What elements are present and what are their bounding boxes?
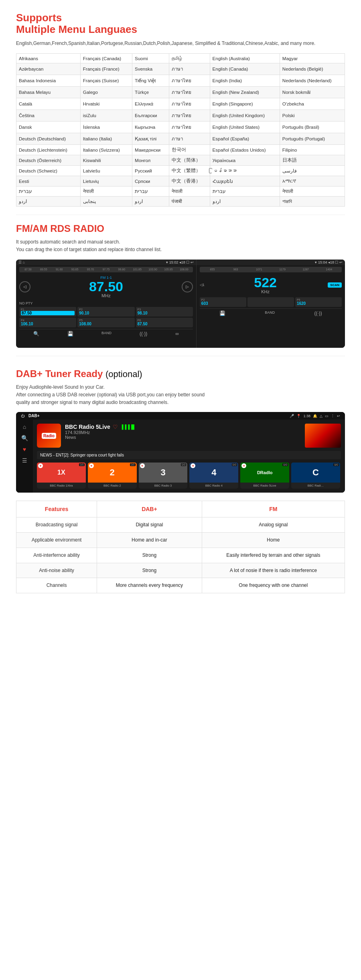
lang-cell: Čeština bbox=[16, 110, 81, 122]
comp-cell-fm: One frequency with one channel bbox=[202, 578, 345, 593]
dab-statusbar: ⏻ DAB+ 🎤 📍 1:38 🔔 △ ▭ ⋮ ↩ bbox=[16, 412, 345, 420]
radio-search-icon[interactable]: 🔍 bbox=[33, 331, 39, 337]
lang-cell: فارسی bbox=[280, 166, 345, 176]
lang-cell: Italiano (Italia) bbox=[80, 133, 132, 145]
lang-cell: English (Singapore) bbox=[210, 98, 280, 110]
dab-channel-radio6[interactable]: C 0/0 BBC Radi… bbox=[291, 463, 340, 489]
dab-screenshot: ⏻ DAB+ 🎤 📍 1:38 🔔 △ ▭ ⋮ ↩ ⌂ 🔍 ♥ ☰ bbox=[16, 412, 345, 493]
dab-content-area: Radio BBC Radio 5Live ♡ ▐▐▐▐▌ 174.928MHz… bbox=[33, 420, 345, 493]
dab-channel-radio3[interactable]: 3 0/0 ♥ BBC Radio 3 bbox=[139, 463, 188, 489]
lang-cell: Norsk bokmål bbox=[280, 87, 345, 98]
lang-cell: עברית bbox=[132, 187, 169, 197]
dab-main-content: ⌂ 🔍 ♥ ☰ Radio BBC Radio 5Live bbox=[16, 420, 345, 493]
lang-cell: ภาษา bbox=[169, 63, 210, 75]
comp-row: Broadcasting signalDigital signalAnalog … bbox=[16, 517, 345, 533]
dab-channel-list: 1X 0/0 ♥ BBC Radio 1Xtra 2 0/0 ♥ B bbox=[37, 463, 341, 489]
dab-station-name: BBC Radio 5Live bbox=[65, 424, 110, 430]
radio-next-btn[interactable]: ▷ bbox=[182, 281, 193, 292]
comp-cell-dab: Strong bbox=[97, 563, 202, 578]
radio-am-save-icon[interactable]: 💾 bbox=[219, 310, 225, 316]
lang-cell: မြန်မာဘာသာ bbox=[210, 166, 280, 176]
lang-cell: Deutsch (Deutschland) bbox=[16, 133, 81, 145]
radio-fm-display: FM 1-1 87.50 MHz bbox=[89, 276, 123, 298]
radio-am-display: 522 KHz bbox=[254, 276, 277, 294]
lang-cell: ภาษา bbox=[169, 133, 210, 145]
lang-cell: Español (Estados Unidos) bbox=[210, 145, 280, 155]
lang-cell: Español (España) bbox=[210, 133, 280, 145]
lang-cell: English (India) bbox=[210, 75, 280, 87]
lang-cell: Hrvatski bbox=[80, 98, 132, 110]
dab-favorite-icon[interactable]: ♡ bbox=[113, 424, 118, 430]
dab-heart-icon[interactable]: ♥ bbox=[23, 446, 26, 452]
lang-cell: Filipino bbox=[280, 145, 345, 155]
comp-cell-dab: Strong bbox=[97, 548, 202, 563]
radio-am-ruler: 855 963 1071 1179 1287 1404 bbox=[200, 267, 342, 272]
radio-screen-fm: ☰ ⌂ ▾ 15:02 ◂18 ☐ ↩ 87.50 89.55 91.60 93… bbox=[16, 260, 197, 348]
dab-home-icon[interactable]: ⌂ bbox=[23, 424, 26, 430]
lang-cell: Հայερեն bbox=[210, 176, 280, 187]
lang-cell: Deutsch (Liechtenstein) bbox=[16, 145, 81, 155]
lang-cell: Italiano (Svizzera) bbox=[80, 145, 132, 155]
lang-cell: Deutsch (Österreich) bbox=[16, 155, 81, 166]
lang-cell: Suomi bbox=[132, 54, 169, 63]
radio-am-band-icon[interactable]: BAND bbox=[265, 310, 275, 316]
radio-band-icon[interactable]: BAND bbox=[101, 331, 112, 337]
dab-section: DAB+ Tuner Ready (optional) Enjoy Audiop… bbox=[0, 356, 361, 598]
radio-scan-button[interactable]: SCAN bbox=[328, 282, 342, 288]
radio-preset-p4[interactable]: P4 106.10 bbox=[19, 318, 76, 327]
radio-preset-p6[interactable]: P6 87.50 bbox=[136, 318, 193, 327]
lang-cell: 日本語 bbox=[280, 155, 345, 166]
lang-cell: አማርኛ bbox=[280, 176, 345, 187]
comp-header-fm: FM bbox=[202, 501, 345, 517]
radio-preset-p2[interactable]: P2 90.10 bbox=[77, 307, 134, 317]
radio-preset-p1[interactable]: P1 87.50 bbox=[19, 307, 76, 317]
lang-cell: পাঞ্জাবি bbox=[280, 197, 345, 207]
radio-preset-p5[interactable]: P5 108.00 bbox=[77, 318, 134, 327]
comp-row: Anti-interfernce abilityStrongEasily int… bbox=[16, 548, 345, 563]
dab-channel-1xtra[interactable]: 1X 0/0 ♥ BBC Radio 1Xtra bbox=[37, 463, 86, 489]
dab-title: DAB+ Tuner Ready (optional) bbox=[16, 368, 345, 379]
lang-cell: English (New Zealand) bbox=[210, 87, 280, 98]
radio-am-preset-p2[interactable]: P2 603 bbox=[200, 297, 246, 307]
radio-signal-icon[interactable]: ((·)) bbox=[140, 331, 147, 337]
comp-cell-dab: Home and in-car bbox=[97, 532, 202, 548]
radio-repeat-icon[interactable]: ∞ bbox=[175, 331, 179, 337]
radio-preset-p3[interactable]: P3 98.10 bbox=[136, 307, 193, 317]
lang-cell: தமிழ் bbox=[169, 54, 210, 63]
lang-cell: Svenska bbox=[132, 63, 169, 75]
comp-header-dab: DAB+ bbox=[97, 501, 202, 517]
lang-cell: ภาษาไทย bbox=[169, 75, 210, 87]
radio-am-preset-p5[interactable]: P5 1620 bbox=[295, 297, 342, 307]
radio-save-icon[interactable]: 💾 bbox=[67, 331, 73, 337]
lang-cell: Tiếng Việt bbox=[132, 75, 169, 87]
lang-cell: Polski bbox=[280, 110, 345, 122]
lang-cell: Русский bbox=[132, 166, 169, 176]
radio-fm-toolbar: 🔍 💾 BAND ((·)) ∞ bbox=[19, 329, 193, 337]
comp-cell-feature: Anti-interfernce ability bbox=[16, 548, 97, 563]
lang-cell: پنجابی bbox=[80, 197, 132, 207]
dab-channel-radio4[interactable]: 4 0/0 ♥ BBC Radio 4 bbox=[189, 463, 238, 489]
dab-search-icon[interactable]: 🔍 bbox=[21, 435, 28, 441]
radio-prev-btn[interactable]: ◁ bbox=[19, 281, 30, 292]
comp-cell-dab: Digital signal bbox=[97, 517, 202, 533]
lang-cell: नेपाली bbox=[280, 187, 345, 197]
dab-station-freq: 174.928MHz bbox=[65, 430, 301, 435]
lang-cell: Македонски bbox=[132, 145, 169, 155]
lang-cell: Latviešu bbox=[80, 166, 132, 176]
lang-cell: नेपाली bbox=[80, 187, 132, 197]
dab-sidebar: ⌂ 🔍 ♥ ☰ bbox=[16, 420, 33, 493]
dab-channel-radio5live[interactable]: DRadIo 0/0 ♥ BBC Radio 5Live bbox=[240, 463, 289, 489]
lang-cell: English (Australia) bbox=[210, 54, 280, 63]
lang-cell: 한국어 bbox=[169, 145, 210, 155]
lang-cell: Українська bbox=[210, 155, 280, 166]
lang-cell: Português (Brasil) bbox=[280, 122, 345, 133]
dab-list-icon[interactable]: ☰ bbox=[22, 457, 27, 464]
radio-am-toolbar: 💾 BAND ((·)) bbox=[200, 308, 342, 316]
dab-channel-radio2[interactable]: 2 0/0 ♥ BBC Radio 2 bbox=[88, 463, 137, 489]
radio-am-statusbar: 15:04 ◂18 ☐ ↩ bbox=[318, 260, 343, 264]
dab-station-logo: Radio bbox=[37, 424, 61, 448]
comp-cell-fm: Home bbox=[202, 532, 345, 548]
comp-cell-feature: Anti-noise ability bbox=[16, 563, 97, 578]
radio-am-signal-icon[interactable]: ((·)) bbox=[314, 310, 322, 316]
lang-cell: Íslenska bbox=[80, 122, 132, 133]
